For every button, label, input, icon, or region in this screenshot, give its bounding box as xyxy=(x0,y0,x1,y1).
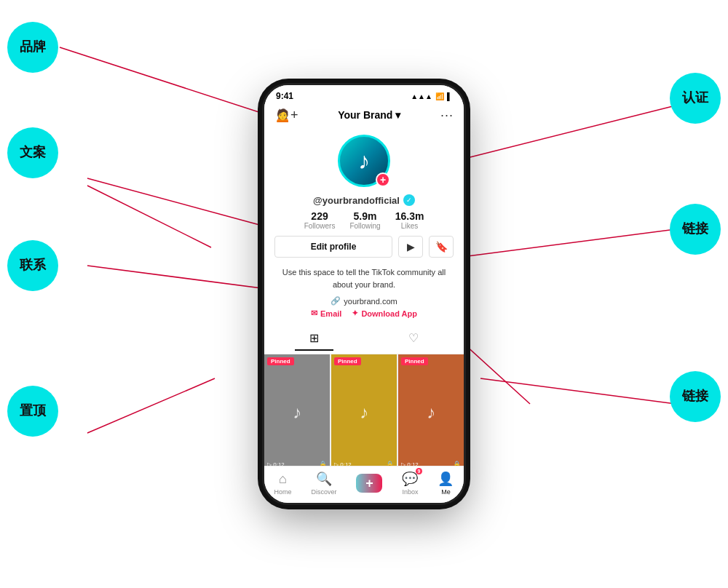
search-icon: 🔍 xyxy=(316,471,332,487)
pin-label: 置顶 xyxy=(20,403,46,419)
phone-frame: 9:41 ▲▲▲ 📶 ▌ 🙍+ Your Brand ▾ ··· ♪ xyxy=(262,83,466,505)
video-lock-3: 🔒 xyxy=(453,461,461,466)
profile-icon: 👤 xyxy=(438,471,454,487)
video-thumb-3[interactable]: ♪ Pinned ▷ 0:12 🔒 xyxy=(398,354,464,466)
username-row: @yourbrandofficial ✓ xyxy=(264,194,464,206)
link-icon: 🔗 xyxy=(331,296,341,306)
nav-me[interactable]: 👤 Me xyxy=(438,471,454,496)
tiktok-logo-video-3-icon: ♪ xyxy=(427,402,435,423)
video-duration-2: ▷ 0:12 xyxy=(334,461,352,466)
content-tabs: ⊞ ♡ xyxy=(264,324,464,354)
profile-content: ♪ + @yourbrandofficial ✓ 229 Followers 5… xyxy=(264,127,464,466)
video-lock-2: 🔒 xyxy=(386,461,394,466)
likes-stat[interactable]: 16.3m Likes xyxy=(395,210,424,230)
me-label: Me xyxy=(441,488,451,496)
contact-row: ✉ Email ✦ Download App xyxy=(264,309,464,318)
action-buttons: Edit profile ▶ 🔖 xyxy=(274,236,454,258)
inbox-badge: 9 xyxy=(416,468,423,474)
stats-row: 229 Followers 5.9m Following 16.3m Likes xyxy=(264,210,464,230)
auth-label: 认证 xyxy=(682,90,708,106)
nav-inbox[interactable]: 💬 9 Inbox xyxy=(402,471,418,496)
svg-line-8 xyxy=(480,378,676,404)
status-bar: 9:41 ▲▲▲ 📶 ▌ xyxy=(264,85,464,104)
nav-create[interactable]: + xyxy=(356,474,382,493)
likes-count: 16.3m xyxy=(395,210,424,222)
copy-label: 文案 xyxy=(20,145,46,161)
link-url: yourbrand.com xyxy=(344,297,397,306)
tiktok-logo-avatar-icon: ♪ xyxy=(358,148,370,175)
status-icons: ▲▲▲ 📶 ▌ xyxy=(411,92,452,100)
link1-label: 链接 xyxy=(682,221,708,237)
profile-name: Your Brand xyxy=(338,109,392,121)
annotation-pin: 置顶 xyxy=(7,386,58,437)
bio-link[interactable]: 🔗 yourbrand.com xyxy=(264,296,464,306)
username: @yourbrandofficial xyxy=(313,195,400,206)
pinned-badge-1: Pinned xyxy=(267,357,294,365)
discover-label: Discover xyxy=(311,488,336,496)
video-lock-1: 🔒 xyxy=(319,461,327,466)
pinned-badge-3: Pinned xyxy=(401,357,428,365)
home-label: Home xyxy=(274,488,291,496)
video-duration-3: ▷ 0:12 xyxy=(401,461,419,466)
bio-text: Use this space to tell the TikTok commun… xyxy=(264,263,464,293)
contact-label: 联系 xyxy=(20,258,46,274)
inbox-badge-wrapper: 💬 9 xyxy=(402,471,418,487)
svg-line-5 xyxy=(87,266,284,291)
following-label: Following xyxy=(349,222,380,230)
email-icon: ✉ xyxy=(311,309,317,318)
tiktok-logo-video-2-icon: ♪ xyxy=(360,402,368,423)
youtube-icon[interactable]: ▶ xyxy=(398,236,423,258)
download-icon: ✦ xyxy=(352,309,358,318)
svg-line-3 xyxy=(87,186,211,247)
video-grid: ♪ Pinned ▷ 0:12 🔒 ♪ Pinned ▷ 0:12 🔒 xyxy=(264,354,464,466)
add-user-icon[interactable]: 🙍+ xyxy=(274,107,298,123)
tab-grid[interactable]: ⊞ xyxy=(295,327,333,351)
inbox-label: Inbox xyxy=(402,488,418,496)
annotation-auth: 认证 xyxy=(670,73,721,124)
signal-icon: ▲▲▲ xyxy=(411,92,432,100)
download-label: Download App xyxy=(361,309,417,318)
nav-bar: 🙍+ Your Brand ▾ ··· xyxy=(264,104,464,127)
annotation-link1: 链接 xyxy=(670,204,721,255)
pinned-badge-2: Pinned xyxy=(334,357,361,365)
video-thumb-2[interactable]: ♪ Pinned ▷ 0:12 🔒 xyxy=(331,354,397,466)
brand-label: 品牌 xyxy=(20,39,46,55)
annotation-link2: 链接 xyxy=(670,371,721,422)
annotation-copy: 文案 xyxy=(7,127,58,178)
svg-line-7 xyxy=(87,378,215,433)
tiktok-logo-video-icon: ♪ xyxy=(293,402,301,423)
followers-label: Followers xyxy=(304,222,336,230)
bookmark-icon[interactable]: 🔖 xyxy=(429,236,454,258)
email-button[interactable]: ✉ Email xyxy=(311,309,341,318)
bottom-nav: ⌂ Home 🔍 Discover + 💬 9 Inbox 👤 Me xyxy=(264,466,464,503)
download-button[interactable]: ✦ Download App xyxy=(352,309,417,318)
nav-discover[interactable]: 🔍 Discover xyxy=(311,471,336,496)
link2-label: 链接 xyxy=(682,389,708,405)
annotation-contact: 联系 xyxy=(7,240,58,291)
video-thumb-1[interactable]: ♪ Pinned ▷ 0:12 🔒 xyxy=(264,354,330,466)
profile-title[interactable]: Your Brand ▾ xyxy=(338,109,400,121)
avatar-add-button[interactable]: + xyxy=(376,172,390,187)
email-label: Email xyxy=(320,309,341,318)
inbox-icon: 💬 xyxy=(402,472,418,486)
battery-icon: ▌ xyxy=(447,92,452,100)
phone-mockup: 9:41 ▲▲▲ 📶 ▌ 🙍+ Your Brand ▾ ··· ♪ xyxy=(262,83,466,505)
create-button[interactable]: + xyxy=(356,474,382,493)
tab-liked[interactable]: ♡ xyxy=(394,327,433,351)
avatar-wrapper[interactable]: ♪ + xyxy=(338,135,390,187)
nav-home[interactable]: ⌂ Home xyxy=(274,472,291,496)
verified-badge: ✓ xyxy=(403,194,415,206)
following-stat[interactable]: 5.9m Following xyxy=(349,210,380,230)
followers-count: 229 xyxy=(311,210,328,222)
status-time: 9:41 xyxy=(276,91,293,101)
edit-profile-button[interactable]: Edit profile xyxy=(274,236,392,258)
followers-stat[interactable]: 229 Followers xyxy=(304,210,336,230)
wifi-icon: 📶 xyxy=(435,92,444,100)
video-duration-1: ▷ 0:12 xyxy=(267,461,285,466)
svg-line-1 xyxy=(435,106,676,166)
svg-line-4 xyxy=(434,229,676,261)
more-icon[interactable]: ··· xyxy=(440,108,454,123)
home-icon: ⌂ xyxy=(279,472,287,487)
svg-line-2 xyxy=(87,178,262,226)
dropdown-icon: ▾ xyxy=(395,109,400,121)
